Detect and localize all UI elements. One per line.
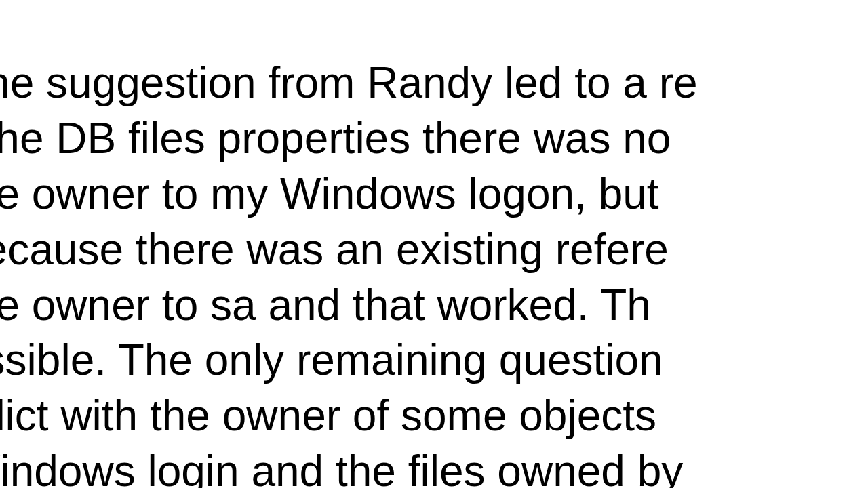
text-line-7: nflict with the owner of some objects <box>0 391 656 440</box>
text-line-5: the owner to sa and that worked. Th <box>0 281 651 329</box>
text-line-3: the owner to my Windows logon, but <box>0 169 659 218</box>
text-line-1: The suggestion from Randy led to a re <box>0 58 698 107</box>
text-line-6: essible. The only remaining question <box>0 336 663 384</box>
text-line-8: Windows login and the files owned by <box>0 447 683 488</box>
document-body: The suggestion from Randy led to a re t … <box>0 0 868 488</box>
text-line-2: t the DB files properties there was no <box>0 114 671 163</box>
text-line-4: because there was an existing refere <box>0 225 669 274</box>
